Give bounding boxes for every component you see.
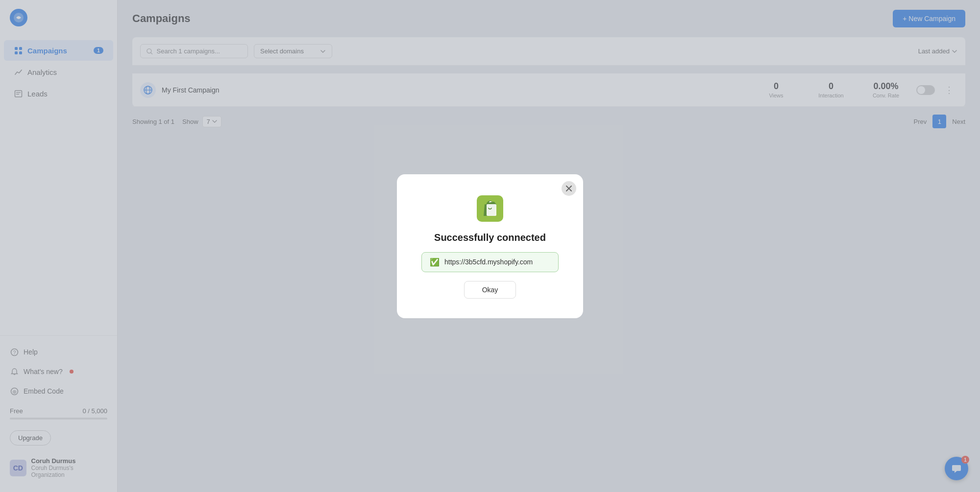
shopify-icon [475,194,505,223]
modal-url: https://3b5cfd.myshopify.com [444,258,533,266]
modal-okay-button[interactable]: Okay [464,281,516,299]
modal-overlay: Successfully connected ✅ https://3b5cfd.… [0,0,980,492]
check-icon: ✅ [430,258,440,267]
success-modal: Successfully connected ✅ https://3b5cfd.… [397,174,583,318]
modal-close-button[interactable] [562,181,576,196]
modal-title: Successfully connected [434,232,546,243]
connected-url: ✅ https://3b5cfd.myshopify.com [421,252,559,272]
close-icon [566,186,572,191]
svg-rect-20 [487,204,496,216]
